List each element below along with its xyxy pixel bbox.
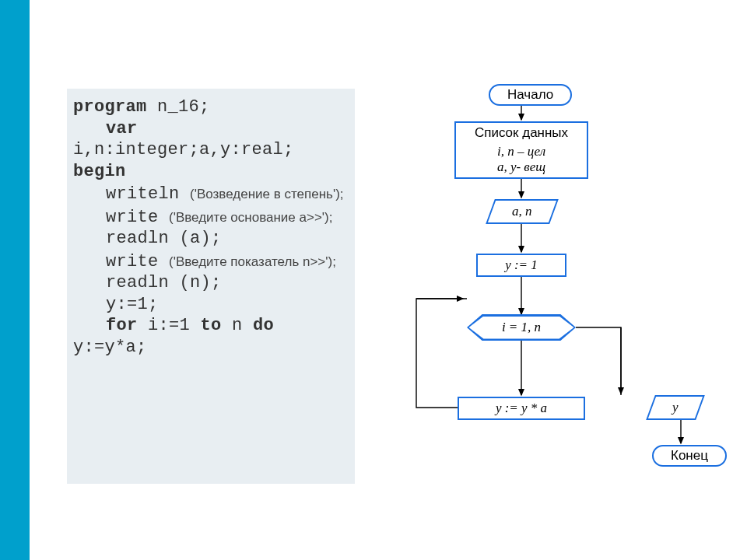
- node-label: a, n: [512, 204, 532, 219]
- code-text: n_16;: [147, 97, 210, 117]
- code-text: readln (n);: [106, 272, 349, 294]
- node-label: i = 1, n: [502, 320, 541, 335]
- kw-for: for: [106, 316, 138, 335]
- code-text: y:=1;: [106, 294, 349, 316]
- kw-to: to: [201, 316, 222, 335]
- kw-do: do: [253, 316, 274, 335]
- flow-body: y := y * a: [458, 397, 585, 420]
- code-text: readln (a);: [106, 228, 349, 250]
- flow-loop: i = 1, n: [467, 314, 576, 341]
- flow-output: y: [646, 395, 704, 420]
- kw-var: var: [106, 119, 138, 138]
- code-text: i,n:integer;a,y:real;: [73, 139, 349, 161]
- flowchart: Начало Список данных i, n – цел a, y- ве…: [374, 81, 739, 532]
- kw-begin: begin: [73, 162, 126, 181]
- node-label: y := 1: [505, 257, 538, 272]
- node-label: y: [672, 400, 679, 415]
- string-literal: ('Введите основание a>>');: [169, 210, 332, 225]
- node-label: Начало: [507, 87, 553, 102]
- node-label: i, n – цел: [497, 144, 545, 159]
- node-label: Список данных: [475, 125, 568, 140]
- string-literal: ('Введите показатель n>>');: [169, 254, 336, 269]
- left-accent-bar: [0, 0, 30, 560]
- flow-data-vars: i, n – цел a, y- вещ: [454, 142, 588, 179]
- code-text: y:=y*a;: [73, 337, 349, 359]
- pascal-code-block: program n_16; var i,n:integer;a,y:real; …: [67, 89, 355, 484]
- code-text: writeln: [106, 184, 190, 204]
- node-label: Конец: [671, 448, 708, 463]
- code-text: write: [106, 252, 169, 271]
- flow-init: y := 1: [476, 254, 566, 277]
- flow-start: Начало: [489, 84, 572, 106]
- code-text: n: [222, 316, 254, 335]
- kw-program: program: [73, 97, 147, 117]
- code-text: write: [106, 208, 169, 227]
- node-label: a, y- вещ: [497, 159, 545, 174]
- node-label: y := y * a: [496, 401, 547, 415]
- code-text: i:=1: [138, 316, 201, 335]
- flow-end: Конец: [652, 445, 727, 467]
- flow-input: a, n: [486, 199, 558, 224]
- string-literal: ('Возведение в степень');: [190, 187, 344, 201]
